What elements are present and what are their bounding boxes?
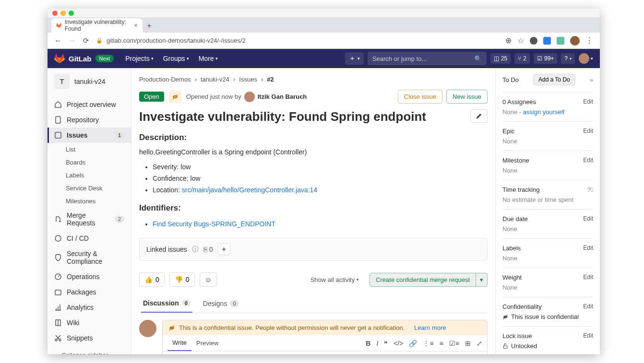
merge-icon: [54, 215, 62, 223]
gitlab-logo-icon[interactable]: [54, 53, 65, 64]
sidebar-item-analytics[interactable]: Analytics: [48, 300, 131, 315]
projects-menu[interactable]: Projects▾: [121, 52, 157, 65]
status-badge: Open: [139, 92, 164, 102]
activity-filter-dropdown[interactable]: Show all activity▾: [310, 276, 359, 283]
window-titlebar: [48, 9, 600, 17]
mr-counter[interactable]: ⑂2: [514, 53, 530, 64]
link-icon[interactable]: 🔗: [409, 340, 417, 347]
sidebar-item-overview[interactable]: Project overview: [48, 97, 131, 112]
help-menu[interactable]: ?▾: [561, 53, 575, 64]
bullet-list-icon[interactable]: ⋮≡: [423, 340, 433, 347]
editor-tab-write[interactable]: Write: [167, 335, 191, 351]
breadcrumb-segment[interactable]: Production-Demos: [139, 76, 191, 83]
sidebar-item-cicd[interactable]: CI / CD: [48, 231, 131, 246]
browser-tab[interactable]: Investigate vulnerability: Found ×: [51, 18, 143, 33]
create-mr-dropdown[interactable]: ▾: [476, 273, 488, 287]
author-name[interactable]: Itzik Gan Baruch: [258, 93, 307, 100]
edit-milestone-button[interactable]: Edit: [583, 157, 593, 164]
browser-forward-button[interactable]: →: [69, 36, 76, 45]
identifier-link[interactable]: Find Security Bugs-SPRING_ENDPOINT: [153, 220, 275, 228]
location-link[interactable]: src/main/java/hello/GreetingController.j…: [182, 186, 317, 194]
groups-menu[interactable]: Groups▾: [159, 52, 193, 65]
todo-icon: ☑: [537, 55, 542, 62]
issues-counter[interactable]: ◫25: [490, 53, 511, 64]
window-close-button[interactable]: [52, 11, 58, 16]
italic-icon[interactable]: I: [376, 340, 378, 347]
window-maximize-button[interactable]: [69, 11, 74, 16]
confidential-icon: [169, 91, 181, 103]
new-tab-button[interactable]: +: [143, 19, 156, 33]
sidebar-item-merge-requests[interactable]: Merge Requests 2: [48, 208, 131, 231]
quote-icon[interactable]: ❝: [384, 340, 388, 347]
editor-tab-preview[interactable]: Preview: [191, 336, 223, 351]
comment-textarea[interactable]: Write a comment or drag your files here…: [163, 351, 487, 354]
edit-due-date-button[interactable]: Edit: [583, 215, 593, 222]
extension-icon[interactable]: [530, 37, 537, 45]
table-icon[interactable]: ⊞: [465, 340, 471, 347]
user-avatar[interactable]: [579, 53, 589, 64]
breadcrumb-segment[interactable]: tanuki-v24: [201, 76, 229, 83]
edit-labels-button[interactable]: Edit: [583, 245, 593, 252]
gitlab-brand[interactable]: GitLab: [69, 55, 92, 63]
sidebar-item-security[interactable]: Security & Compliance: [48, 246, 131, 269]
search-input[interactable]: Search or jump to... 🔍: [368, 52, 487, 65]
create-confidential-mr-button[interactable]: Create confidential merge request: [370, 273, 476, 287]
new-issue-button[interactable]: New issue: [446, 90, 488, 104]
thumbs-down-button[interactable]: 👎0: [169, 272, 195, 287]
browser-back-button[interactable]: ←: [54, 36, 62, 45]
task-list-icon[interactable]: ☑≡: [449, 340, 459, 347]
collapse-sidebar-button[interactable]: « Collapse sidebar: [48, 346, 131, 354]
edit-assignees-button[interactable]: Edit: [583, 98, 593, 105]
create-new-button[interactable]: ＋▾: [345, 52, 364, 65]
more-menu[interactable]: More▾: [195, 52, 222, 65]
edit-lock-button[interactable]: Edit: [583, 332, 593, 340]
tab-designs[interactable]: Designs0: [201, 294, 241, 313]
add-reaction-button[interactable]: ☺: [200, 272, 217, 287]
bold-icon[interactable]: B: [366, 340, 370, 347]
help-icon[interactable]: ?⃝: [587, 186, 593, 193]
code-icon[interactable]: </>: [394, 340, 403, 347]
window-minimize-button[interactable]: [60, 11, 66, 16]
sidebar-item-snippets[interactable]: Snippets: [48, 330, 131, 346]
edit-confidentiality-button[interactable]: Edit: [583, 303, 593, 310]
browser-tab-title: Investigate vulnerability: Found: [65, 19, 131, 32]
extension-icon[interactable]: [557, 37, 564, 45]
browser-reload-button[interactable]: ⟳: [83, 36, 89, 45]
edit-title-button[interactable]: [470, 109, 488, 123]
edit-weight-button[interactable]: Edit: [583, 274, 593, 281]
sidebar-item-wiki[interactable]: Wiki: [48, 315, 131, 330]
learn-more-link[interactable]: Learn more: [414, 324, 446, 331]
sidebar-sub-labels[interactable]: Labels: [48, 169, 131, 182]
extension-icon[interactable]: [543, 37, 551, 45]
assign-yourself-link[interactable]: assign yourself: [523, 108, 565, 116]
sidebar-sub-service-desk[interactable]: Service Desk: [48, 182, 131, 195]
add-todo-button[interactable]: Add a To Do: [533, 74, 575, 85]
number-list-icon[interactable]: ≡: [440, 340, 443, 347]
profile-avatar[interactable]: [570, 36, 580, 46]
zoom-icon[interactable]: ⊕: [505, 36, 512, 45]
url-field[interactable]: 🔒 gitlab.com/production-demos/tanuki-v24…: [96, 37, 499, 44]
sidebar-item-packages[interactable]: Packages: [48, 284, 131, 300]
svg-rect-1: [55, 132, 61, 138]
add-linked-issue-button[interactable]: +: [218, 243, 230, 256]
sidebar-item-issues[interactable]: Issues 1: [48, 128, 131, 143]
collapse-right-sidebar-button[interactable]: »: [590, 76, 593, 83]
sidebar-item-repository[interactable]: Repository: [48, 112, 131, 128]
todos-counter[interactable]: ☑99+: [534, 53, 557, 64]
sidebar-sub-list[interactable]: List: [48, 143, 131, 156]
sidebar-sub-milestones[interactable]: Milestones: [48, 195, 131, 208]
breadcrumb-segment[interactable]: Issues: [239, 76, 257, 83]
fullscreen-icon[interactable]: ⤢: [477, 340, 482, 347]
tab-discussion[interactable]: Discussion0: [141, 294, 192, 313]
help-icon[interactable]: ⓘ: [192, 245, 199, 254]
sidebar-sub-boards[interactable]: Boards: [48, 156, 131, 169]
bookmark-icon[interactable]: ☆: [517, 36, 524, 45]
sidebar-item-operations[interactable]: Operations: [48, 269, 131, 284]
edit-epic-button[interactable]: Edit: [583, 128, 593, 135]
browser-menu-icon[interactable]: ⋮: [585, 36, 593, 45]
project-name[interactable]: tanuki-v24: [74, 78, 106, 85]
tab-close-icon[interactable]: ×: [134, 22, 138, 29]
author-avatar[interactable]: [244, 92, 255, 102]
close-issue-button[interactable]: Close issue: [398, 90, 442, 104]
thumbs-up-button[interactable]: 👍0: [139, 272, 165, 287]
